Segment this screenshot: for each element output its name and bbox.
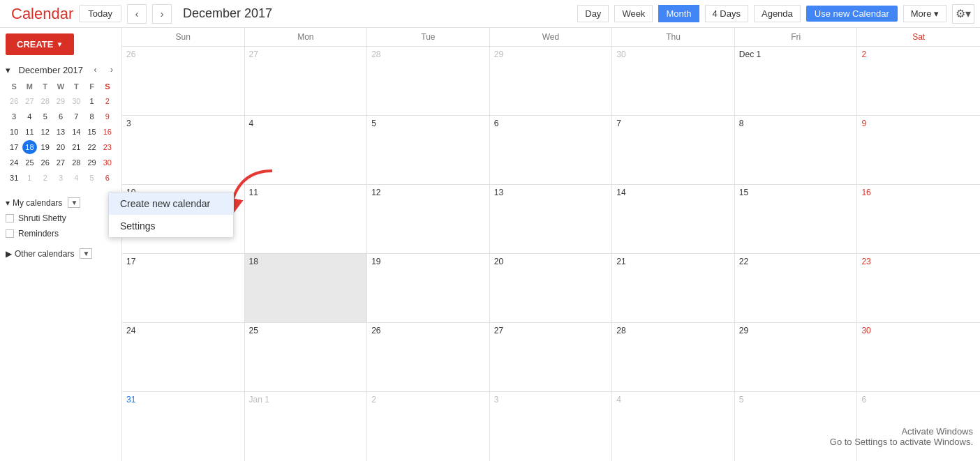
mini-cal-day[interactable]: 4 [22,109,36,123]
view-4days-button[interactable]: 4 Days [705,5,748,22]
today-button[interactable]: Today [79,5,121,22]
mini-cal-day[interactable]: 28 [38,94,52,108]
mini-cal-day[interactable]: 21 [69,140,83,154]
mini-cal-day[interactable]: 3 [7,109,21,123]
cal-day[interactable]: 31 [122,392,245,461]
cal-day[interactable]: 11 [245,185,368,253]
cal-day[interactable]: 20 [490,254,613,322]
mini-cal-next[interactable]: › [107,63,116,76]
mini-cal-day[interactable]: 25 [22,156,36,169]
mini-cal-day[interactable]: 6 [54,109,68,123]
mini-cal-day[interactable]: 18 [22,140,36,154]
mini-cal-day[interactable]: 20 [54,140,68,154]
mini-cal-day[interactable]: 9 [101,109,114,123]
mini-cal-day[interactable]: 8 [84,109,98,123]
cal-day[interactable]: 26 [122,47,245,115]
cal-day[interactable]: 17 [122,254,245,322]
calendar-item-shruti[interactable]: Shruti Shetty [6,212,116,225]
cal-day[interactable]: 2 [367,392,490,461]
cal-day[interactable]: 5 [735,392,858,461]
cal-day[interactable]: 8 [735,116,858,184]
my-calendars-title[interactable]: ▾ My calendars ▼ [6,197,116,208]
create-button[interactable]: CREATE ▼ [6,33,74,55]
mini-cal-day[interactable]: 27 [22,94,36,108]
mini-cal-day[interactable]: 4 [69,171,83,185]
mini-cal-day[interactable]: 13 [54,125,68,139]
mini-cal-day[interactable]: 10 [7,125,21,139]
more-button[interactable]: More ▾ [903,5,946,22]
cal-day[interactable]: 12 [367,185,490,253]
other-calendars-dropdown-button[interactable]: ▼ [80,248,92,259]
view-agenda-button[interactable]: Agenda [754,5,801,22]
cal-day[interactable]: 28 [612,323,735,391]
mini-cal-day[interactable]: 26 [7,94,21,108]
reminders-checkbox[interactable] [6,229,14,238]
mini-cal-day[interactable]: 23 [101,140,114,154]
mini-cal-day[interactable]: 14 [69,125,83,139]
prev-button[interactable]: ‹ [127,4,147,24]
mini-cal-day[interactable]: 24 [7,156,21,169]
cal-day[interactable]: 26 [367,323,490,391]
mini-cal-day[interactable]: 16 [101,125,114,139]
shruti-checkbox[interactable] [6,214,14,222]
cal-day[interactable]: 25 [245,323,368,391]
cal-day[interactable]: Jan 1 [245,392,368,461]
mini-cal-day[interactable]: 19 [38,140,52,154]
create-new-calendar-item[interactable]: Create new calendar [109,192,233,215]
cal-day[interactable]: 5 [367,116,490,184]
cal-day[interactable]: 27 [245,47,368,115]
mini-cal-day[interactable]: 7 [69,109,83,123]
use-new-calendar-button[interactable]: Use new Calendar [806,6,898,22]
cal-day[interactable]: 22 [735,254,858,322]
view-day-button[interactable]: Day [577,5,609,22]
mini-cal-day[interactable]: 6 [101,171,114,185]
cal-day[interactable]: 16 [857,185,980,253]
mini-cal-day[interactable]: 2 [101,94,114,108]
mini-cal-day[interactable]: 11 [22,125,36,139]
mini-cal-day[interactable]: 26 [38,156,52,169]
my-calendars-dropdown-button[interactable]: ▼ [68,197,80,208]
mini-cal-day[interactable]: 15 [84,125,98,139]
cal-day[interactable]: 19 [367,254,490,322]
cal-day[interactable]: 4 [612,392,735,461]
mini-cal-day[interactable]: 1 [22,171,36,185]
mini-cal-day[interactable]: 3 [54,171,68,185]
mini-cal-title[interactable]: December 2017 [19,65,84,75]
cal-day[interactable]: 13 [490,185,613,253]
cal-day[interactable]: 30 [857,323,980,391]
mini-cal-day[interactable]: 17 [7,140,21,154]
cal-day[interactable]: Dec 1 [735,47,858,115]
mini-cal-day[interactable]: 28 [69,156,83,169]
cal-day[interactable]: 14 [612,185,735,253]
cal-day[interactable]: 3 [490,392,613,461]
cal-day[interactable]: 29 [490,47,613,115]
cal-day[interactable]: 28 [367,47,490,115]
mini-cal-day[interactable]: 29 [54,94,68,108]
other-calendars-title[interactable]: ▶ Other calendars ▼ [6,248,116,259]
cal-day[interactable]: 7 [612,116,735,184]
mini-cal-day[interactable]: 30 [69,94,83,108]
next-button[interactable]: › [152,4,172,24]
mini-cal-day[interactable]: 29 [84,156,98,169]
mini-cal-day[interactable]: 1 [84,94,98,108]
cal-day[interactable]: 29 [735,323,858,391]
cal-day[interactable]: 30 [612,47,735,115]
mini-cal-day[interactable]: 2 [38,171,52,185]
cal-day[interactable]: 3 [122,116,245,184]
mini-cal-prev[interactable]: ‹ [91,63,100,76]
cal-day[interactable]: 9 [857,116,980,184]
cal-day[interactable]: 21 [612,254,735,322]
mini-cal-day[interactable]: 27 [54,156,68,169]
cal-day[interactable]: 18 [245,254,368,322]
cal-day[interactable]: 23 [857,254,980,322]
cal-day[interactable]: 6 [857,392,980,461]
mini-cal-day[interactable]: 30 [101,156,114,169]
cal-day[interactable]: 15 [735,185,858,253]
mini-cal-day[interactable]: 5 [84,171,98,185]
cal-day[interactable]: 2 [857,47,980,115]
cal-day[interactable]: 24 [122,323,245,391]
mini-cal-day[interactable]: 22 [84,140,98,154]
settings-button[interactable]: ⚙▾ [952,4,974,24]
cal-day[interactable]: 4 [245,116,368,184]
mini-cal-day[interactable]: 5 [38,109,52,123]
